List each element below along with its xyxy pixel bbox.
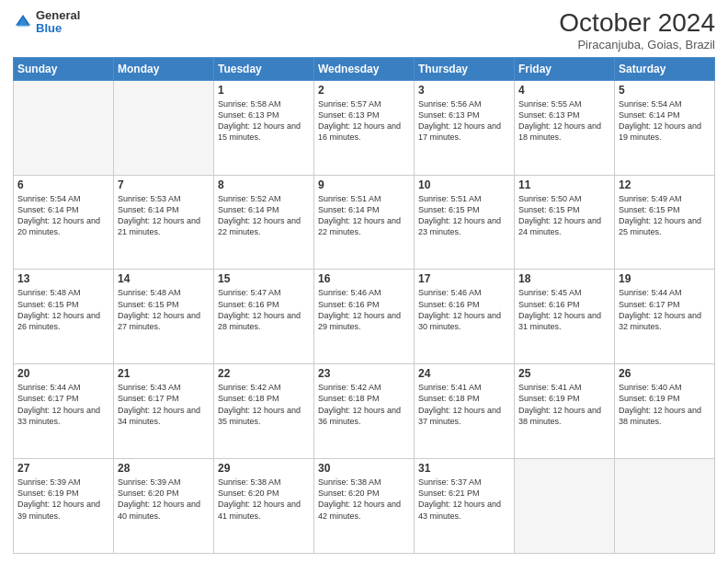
day-number: 18	[518, 272, 610, 285]
day-info: Sunrise: 5:41 AM Sunset: 6:19 PM Dayligh…	[518, 382, 610, 427]
calendar-cell: 12Sunrise: 5:49 AM Sunset: 6:15 PM Dayli…	[615, 175, 715, 270]
calendar-cell: 23Sunrise: 5:42 AM Sunset: 6:18 PM Dayli…	[314, 364, 415, 459]
weekday-header-wednesday: Wednesday	[314, 57, 415, 80]
calendar-cell: 22Sunrise: 5:42 AM Sunset: 6:18 PM Dayli…	[214, 364, 314, 459]
weekday-header-friday: Friday	[515, 57, 615, 80]
calendar-cell: 6Sunrise: 5:54 AM Sunset: 6:14 PM Daylig…	[14, 175, 114, 270]
weekday-header-thursday: Thursday	[415, 57, 515, 80]
calendar-cell: 28Sunrise: 5:39 AM Sunset: 6:20 PM Dayli…	[114, 459, 214, 554]
calendar-cell: 18Sunrise: 5:45 AM Sunset: 6:16 PM Dayli…	[515, 270, 615, 364]
week-row-0: 1Sunrise: 5:58 AM Sunset: 6:13 PM Daylig…	[14, 80, 715, 175]
day-number: 6	[17, 178, 109, 191]
day-number: 10	[418, 178, 510, 191]
calendar-cell: 30Sunrise: 5:38 AM Sunset: 6:20 PM Dayli…	[314, 459, 415, 554]
logo-text: General Blue	[36, 9, 80, 36]
day-info: Sunrise: 5:51 AM Sunset: 6:14 PM Dayligh…	[318, 193, 410, 238]
day-number: 28	[118, 462, 210, 475]
weekday-header-sunday: Sunday	[14, 57, 114, 80]
day-info: Sunrise: 5:42 AM Sunset: 6:18 PM Dayligh…	[318, 382, 410, 427]
day-number: 11	[518, 178, 610, 191]
calendar-cell: 4Sunrise: 5:55 AM Sunset: 6:13 PM Daylig…	[515, 80, 615, 175]
logo-blue: Blue	[36, 22, 80, 35]
day-number: 31	[418, 462, 510, 475]
calendar-cell: 19Sunrise: 5:44 AM Sunset: 6:17 PM Dayli…	[615, 270, 715, 364]
calendar-cell: 24Sunrise: 5:41 AM Sunset: 6:18 PM Dayli…	[415, 364, 515, 459]
day-number: 15	[218, 272, 310, 285]
day-number: 21	[118, 367, 210, 380]
calendar-cell: 27Sunrise: 5:39 AM Sunset: 6:19 PM Dayli…	[14, 459, 114, 554]
day-info: Sunrise: 5:45 AM Sunset: 6:16 PM Dayligh…	[518, 287, 610, 332]
day-number: 25	[518, 367, 610, 380]
day-info: Sunrise: 5:47 AM Sunset: 6:16 PM Dayligh…	[218, 287, 310, 332]
day-info: Sunrise: 5:46 AM Sunset: 6:16 PM Dayligh…	[318, 287, 410, 332]
day-info: Sunrise: 5:42 AM Sunset: 6:18 PM Dayligh…	[218, 382, 310, 427]
calendar-cell: 5Sunrise: 5:54 AM Sunset: 6:14 PM Daylig…	[615, 80, 715, 175]
day-info: Sunrise: 5:53 AM Sunset: 6:14 PM Dayligh…	[118, 193, 210, 238]
calendar-cell: 1Sunrise: 5:58 AM Sunset: 6:13 PM Daylig…	[214, 80, 314, 175]
logo-icon	[13, 12, 33, 32]
week-row-3: 20Sunrise: 5:44 AM Sunset: 6:17 PM Dayli…	[14, 364, 715, 459]
day-info: Sunrise: 5:48 AM Sunset: 6:15 PM Dayligh…	[118, 287, 210, 332]
day-number: 26	[619, 367, 711, 380]
week-row-4: 27Sunrise: 5:39 AM Sunset: 6:19 PM Dayli…	[14, 459, 715, 554]
day-info: Sunrise: 5:52 AM Sunset: 6:14 PM Dayligh…	[218, 193, 310, 238]
day-number: 22	[218, 367, 310, 380]
calendar-cell: 7Sunrise: 5:53 AM Sunset: 6:14 PM Daylig…	[114, 175, 214, 270]
day-info: Sunrise: 5:46 AM Sunset: 6:16 PM Dayligh…	[418, 287, 510, 332]
page: General Blue October 2024 Piracanjuba, G…	[0, 0, 728, 563]
header: General Blue October 2024 Piracanjuba, G…	[13, 9, 715, 52]
day-number: 5	[619, 84, 711, 97]
week-row-2: 13Sunrise: 5:48 AM Sunset: 6:15 PM Dayli…	[14, 270, 715, 364]
calendar-cell	[615, 459, 715, 554]
day-number: 27	[17, 462, 109, 475]
day-number: 14	[118, 272, 210, 285]
calendar-title: October 2024	[559, 9, 715, 38]
title-block: October 2024 Piracanjuba, Goias, Brazil	[559, 9, 715, 52]
day-number: 7	[118, 178, 210, 191]
day-number: 19	[619, 272, 711, 285]
day-number: 1	[218, 84, 310, 97]
day-info: Sunrise: 5:56 AM Sunset: 6:13 PM Dayligh…	[418, 98, 510, 144]
weekday-header-row: SundayMondayTuesdayWednesdayThursdayFrid…	[14, 57, 715, 80]
day-info: Sunrise: 5:41 AM Sunset: 6:18 PM Dayligh…	[418, 382, 510, 427]
day-info: Sunrise: 5:54 AM Sunset: 6:14 PM Dayligh…	[619, 98, 711, 144]
day-info: Sunrise: 5:39 AM Sunset: 6:19 PM Dayligh…	[17, 477, 109, 522]
calendar-cell: 15Sunrise: 5:47 AM Sunset: 6:16 PM Dayli…	[214, 270, 314, 364]
weekday-header-monday: Monday	[114, 57, 214, 80]
day-info: Sunrise: 5:38 AM Sunset: 6:20 PM Dayligh…	[218, 477, 310, 522]
calendar-table: SundayMondayTuesdayWednesdayThursdayFrid…	[13, 57, 715, 554]
calendar-cell	[14, 80, 114, 175]
day-number: 9	[318, 178, 410, 191]
day-number: 4	[518, 84, 610, 97]
day-number: 23	[318, 367, 410, 380]
logo: General Blue	[13, 9, 80, 36]
day-info: Sunrise: 5:38 AM Sunset: 6:20 PM Dayligh…	[318, 477, 410, 522]
day-info: Sunrise: 5:44 AM Sunset: 6:17 PM Dayligh…	[17, 382, 109, 427]
day-number: 24	[418, 367, 510, 380]
day-number: 20	[17, 367, 109, 380]
calendar-cell: 9Sunrise: 5:51 AM Sunset: 6:14 PM Daylig…	[314, 175, 415, 270]
day-number: 30	[318, 462, 410, 475]
day-number: 16	[318, 272, 410, 285]
weekday-header-tuesday: Tuesday	[214, 57, 314, 80]
day-number: 8	[218, 178, 310, 191]
day-info: Sunrise: 5:55 AM Sunset: 6:13 PM Dayligh…	[518, 98, 610, 144]
week-row-1: 6Sunrise: 5:54 AM Sunset: 6:14 PM Daylig…	[14, 175, 715, 270]
day-info: Sunrise: 5:44 AM Sunset: 6:17 PM Dayligh…	[619, 287, 711, 332]
day-info: Sunrise: 5:40 AM Sunset: 6:19 PM Dayligh…	[619, 382, 711, 427]
calendar-cell	[114, 80, 214, 175]
calendar-subtitle: Piracanjuba, Goias, Brazil	[559, 38, 715, 52]
day-info: Sunrise: 5:58 AM Sunset: 6:13 PM Dayligh…	[218, 98, 310, 144]
calendar-cell: 8Sunrise: 5:52 AM Sunset: 6:14 PM Daylig…	[214, 175, 314, 270]
day-number: 29	[218, 462, 310, 475]
day-info: Sunrise: 5:54 AM Sunset: 6:14 PM Dayligh…	[17, 193, 109, 238]
day-number: 12	[619, 178, 711, 191]
calendar-cell: 31Sunrise: 5:37 AM Sunset: 6:21 PM Dayli…	[415, 459, 515, 554]
calendar-cell: 11Sunrise: 5:50 AM Sunset: 6:15 PM Dayli…	[515, 175, 615, 270]
day-number: 17	[418, 272, 510, 285]
day-info: Sunrise: 5:48 AM Sunset: 6:15 PM Dayligh…	[17, 287, 109, 332]
calendar-cell: 16Sunrise: 5:46 AM Sunset: 6:16 PM Dayli…	[314, 270, 415, 364]
day-number: 13	[17, 272, 109, 285]
day-info: Sunrise: 5:37 AM Sunset: 6:21 PM Dayligh…	[418, 477, 510, 522]
day-number: 2	[318, 84, 410, 97]
